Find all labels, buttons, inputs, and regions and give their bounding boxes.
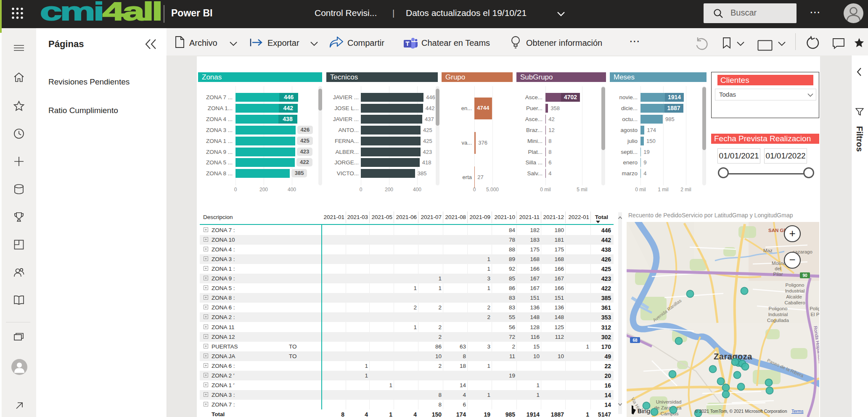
svg-text:Pilar: Pilar <box>773 272 783 277</box>
svg-text:del: del <box>775 266 781 271</box>
svg-text:Industrial: Industrial <box>785 288 805 293</box>
svg-text:Polig: Polig <box>810 306 819 311</box>
svg-text:de Zaragoza: de Zaragoza <box>654 405 682 410</box>
svg-text:© 2021 TomTom, © 2021 Microsof: © 2021 TomTom, © 2021 Microsoft Corporat… <box>695 409 787 414</box>
svg-text:Terms: Terms <box>791 409 804 414</box>
svg-text:Molino: Molino <box>772 261 786 266</box>
svg-text:+: + <box>789 227 795 240</box>
svg-text:Maz: Maz <box>763 248 773 253</box>
svg-text:90: 90 <box>802 273 807 278</box>
svg-text:−: − <box>789 253 795 266</box>
svg-text:Poligono: Poligono <box>786 282 804 288</box>
svg-text:68: 68 <box>632 338 638 343</box>
svg-text:Universidad: Universidad <box>656 399 682 404</box>
svg-text:Alcalde: Alcalde <box>786 294 802 299</box>
svg-text:Bing: Bing <box>638 407 650 414</box>
svg-text:El P: El P <box>810 312 819 317</box>
svg-text:Poligono: Poligono <box>769 306 788 311</box>
svg-text:Cogullada: Cogullada <box>767 318 789 323</box>
svg-text:Caballero: Caballero <box>784 300 805 305</box>
svg-text:Industrial: Industrial <box>768 312 788 317</box>
